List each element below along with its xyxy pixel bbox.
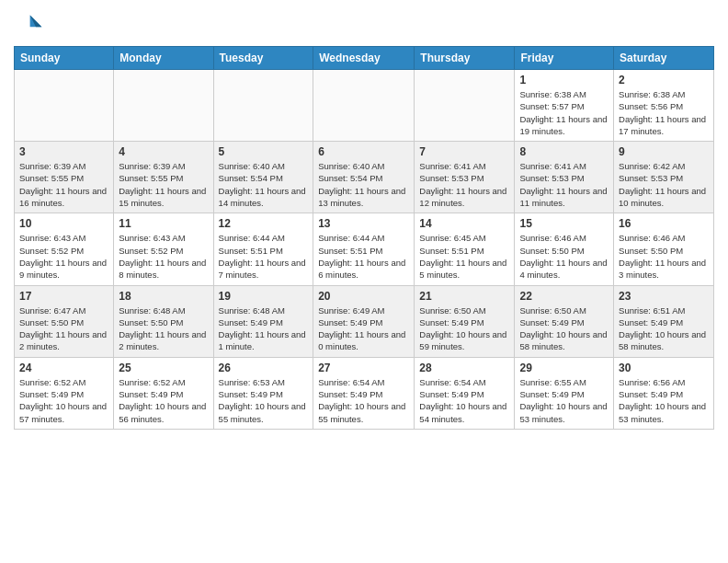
page: SundayMondayTuesdayWednesdayThursdayFrid… xyxy=(0,0,728,563)
day-number: 30 xyxy=(619,362,709,374)
day-info: Sunrise: 6:54 AMSunset: 5:49 PMDaylight:… xyxy=(419,376,509,425)
calendar-cell: 8Sunrise: 6:41 AMSunset: 5:53 PMDaylight… xyxy=(515,142,614,213)
day-number: 8 xyxy=(519,145,609,158)
calendar-cell: 16Sunrise: 6:46 AMSunset: 5:50 PMDayligh… xyxy=(614,213,714,285)
calendar-week-row: 3Sunrise: 6:39 AMSunset: 5:55 PMDaylight… xyxy=(15,142,714,213)
calendar-cell xyxy=(213,70,313,142)
day-info: Sunrise: 6:52 AMSunset: 5:49 PMDaylight:… xyxy=(119,376,208,425)
day-info: Sunrise: 6:41 AMSunset: 5:53 PMDaylight:… xyxy=(419,160,509,209)
calendar-cell: 2Sunrise: 6:38 AMSunset: 5:56 PMDaylight… xyxy=(614,70,714,142)
day-info: Sunrise: 6:38 AMSunset: 5:57 PMDaylight:… xyxy=(519,88,609,137)
day-info: Sunrise: 6:52 AMSunset: 5:49 PMDaylight:… xyxy=(19,376,108,425)
day-info: Sunrise: 6:39 AMSunset: 5:55 PMDaylight:… xyxy=(19,160,108,209)
day-info: Sunrise: 6:43 AMSunset: 5:52 PMDaylight:… xyxy=(119,232,208,281)
day-info: Sunrise: 6:40 AMSunset: 5:54 PMDaylight:… xyxy=(219,160,309,209)
logo xyxy=(14,9,47,39)
calendar-cell: 23Sunrise: 6:51 AMSunset: 5:49 PMDayligh… xyxy=(614,285,714,357)
calendar-week-row: 17Sunrise: 6:47 AMSunset: 5:50 PMDayligh… xyxy=(15,285,714,357)
day-info: Sunrise: 6:43 AMSunset: 5:52 PMDaylight:… xyxy=(19,232,108,281)
day-number: 6 xyxy=(318,145,409,158)
calendar-cell: 14Sunrise: 6:45 AMSunset: 5:51 PMDayligh… xyxy=(415,213,515,285)
calendar-cell: 30Sunrise: 6:56 AMSunset: 5:49 PMDayligh… xyxy=(614,357,714,429)
day-info: Sunrise: 6:55 AMSunset: 5:49 PMDaylight:… xyxy=(519,376,609,425)
day-number: 24 xyxy=(19,362,108,374)
calendar-cell: 18Sunrise: 6:48 AMSunset: 5:50 PMDayligh… xyxy=(114,285,213,357)
day-info: Sunrise: 6:41 AMSunset: 5:53 PMDaylight:… xyxy=(519,160,609,209)
day-info: Sunrise: 6:46 AMSunset: 5:50 PMDaylight:… xyxy=(619,232,709,281)
day-number: 22 xyxy=(519,290,609,303)
col-header-thursday: Thursday xyxy=(415,47,515,70)
day-number: 14 xyxy=(419,217,509,230)
calendar-cell: 5Sunrise: 6:40 AMSunset: 5:54 PMDaylight… xyxy=(213,142,313,213)
calendar-cell: 22Sunrise: 6:50 AMSunset: 5:49 PMDayligh… xyxy=(515,285,614,357)
day-number: 29 xyxy=(519,362,609,374)
day-info: Sunrise: 6:46 AMSunset: 5:50 PMDaylight:… xyxy=(519,232,609,281)
day-number: 25 xyxy=(119,362,208,374)
day-info: Sunrise: 6:53 AMSunset: 5:49 PMDaylight:… xyxy=(219,376,309,425)
day-number: 21 xyxy=(419,290,509,303)
col-header-tuesday: Tuesday xyxy=(213,47,313,70)
calendar-cell: 26Sunrise: 6:53 AMSunset: 5:49 PMDayligh… xyxy=(213,357,313,429)
day-info: Sunrise: 6:39 AMSunset: 5:55 PMDaylight:… xyxy=(119,160,208,209)
calendar-cell: 27Sunrise: 6:54 AMSunset: 5:49 PMDayligh… xyxy=(313,357,415,429)
day-number: 15 xyxy=(519,217,609,230)
day-info: Sunrise: 6:51 AMSunset: 5:49 PMDaylight:… xyxy=(619,304,709,353)
calendar-cell: 10Sunrise: 6:43 AMSunset: 5:52 PMDayligh… xyxy=(15,213,114,285)
day-number: 13 xyxy=(318,217,409,230)
calendar-cell: 6Sunrise: 6:40 AMSunset: 5:54 PMDaylight… xyxy=(313,142,415,213)
calendar-cell: 3Sunrise: 6:39 AMSunset: 5:55 PMDaylight… xyxy=(15,142,114,213)
calendar-cell: 11Sunrise: 6:43 AMSunset: 5:52 PMDayligh… xyxy=(114,213,213,285)
calendar-week-row: 24Sunrise: 6:52 AMSunset: 5:49 PMDayligh… xyxy=(15,357,714,429)
calendar-cell xyxy=(15,70,114,142)
calendar-cell: 9Sunrise: 6:42 AMSunset: 5:53 PMDaylight… xyxy=(614,142,714,213)
day-number: 17 xyxy=(19,290,108,303)
day-info: Sunrise: 6:45 AMSunset: 5:51 PMDaylight:… xyxy=(419,232,509,281)
col-header-saturday: Saturday xyxy=(614,47,714,70)
day-info: Sunrise: 6:54 AMSunset: 5:49 PMDaylight:… xyxy=(318,376,409,425)
calendar-cell: 21Sunrise: 6:50 AMSunset: 5:49 PMDayligh… xyxy=(415,285,515,357)
day-number: 10 xyxy=(19,217,108,230)
calendar-cell: 12Sunrise: 6:44 AMSunset: 5:51 PMDayligh… xyxy=(213,213,313,285)
day-info: Sunrise: 6:48 AMSunset: 5:49 PMDaylight:… xyxy=(219,304,309,353)
day-info: Sunrise: 6:49 AMSunset: 5:49 PMDaylight:… xyxy=(318,304,409,353)
calendar-cell xyxy=(114,70,213,142)
col-header-wednesday: Wednesday xyxy=(313,47,415,70)
calendar-cell: 28Sunrise: 6:54 AMSunset: 5:49 PMDayligh… xyxy=(415,357,515,429)
calendar-cell xyxy=(415,70,515,142)
day-info: Sunrise: 6:48 AMSunset: 5:50 PMDaylight:… xyxy=(119,304,208,353)
day-number: 26 xyxy=(219,362,309,374)
day-info: Sunrise: 6:56 AMSunset: 5:49 PMDaylight:… xyxy=(619,376,709,425)
day-info: Sunrise: 6:47 AMSunset: 5:50 PMDaylight:… xyxy=(19,304,108,353)
logo-icon xyxy=(14,9,43,39)
calendar-cell: 29Sunrise: 6:55 AMSunset: 5:49 PMDayligh… xyxy=(515,357,614,429)
day-number: 18 xyxy=(119,290,208,303)
col-header-monday: Monday xyxy=(114,47,213,70)
calendar-table: SundayMondayTuesdayWednesdayThursdayFrid… xyxy=(14,46,714,430)
day-number: 2 xyxy=(619,74,709,86)
day-number: 1 xyxy=(519,74,609,86)
day-number: 5 xyxy=(219,145,309,158)
calendar-cell: 17Sunrise: 6:47 AMSunset: 5:50 PMDayligh… xyxy=(15,285,114,357)
day-info: Sunrise: 6:40 AMSunset: 5:54 PMDaylight:… xyxy=(318,160,409,209)
calendar-cell: 4Sunrise: 6:39 AMSunset: 5:55 PMDaylight… xyxy=(114,142,213,213)
calendar-week-row: 10Sunrise: 6:43 AMSunset: 5:52 PMDayligh… xyxy=(15,213,714,285)
calendar-cell: 24Sunrise: 6:52 AMSunset: 5:49 PMDayligh… xyxy=(15,357,114,429)
calendar-cell: 15Sunrise: 6:46 AMSunset: 5:50 PMDayligh… xyxy=(515,213,614,285)
calendar-header-row: SundayMondayTuesdayWednesdayThursdayFrid… xyxy=(15,47,714,70)
header xyxy=(14,9,714,39)
calendar-cell xyxy=(313,70,415,142)
calendar-cell: 25Sunrise: 6:52 AMSunset: 5:49 PMDayligh… xyxy=(114,357,213,429)
day-number: 23 xyxy=(619,290,709,303)
col-header-sunday: Sunday xyxy=(15,47,114,70)
day-info: Sunrise: 6:38 AMSunset: 5:56 PMDaylight:… xyxy=(619,88,709,137)
day-number: 3 xyxy=(19,145,108,158)
day-number: 27 xyxy=(318,362,409,374)
day-info: Sunrise: 6:50 AMSunset: 5:49 PMDaylight:… xyxy=(419,304,509,353)
calendar-cell: 19Sunrise: 6:48 AMSunset: 5:49 PMDayligh… xyxy=(213,285,313,357)
calendar-week-row: 1Sunrise: 6:38 AMSunset: 5:57 PMDaylight… xyxy=(15,70,714,142)
day-number: 11 xyxy=(119,217,208,230)
day-number: 9 xyxy=(619,145,709,158)
calendar-cell: 1Sunrise: 6:38 AMSunset: 5:57 PMDaylight… xyxy=(515,70,614,142)
day-info: Sunrise: 6:44 AMSunset: 5:51 PMDaylight:… xyxy=(318,232,409,281)
day-info: Sunrise: 6:44 AMSunset: 5:51 PMDaylight:… xyxy=(219,232,309,281)
